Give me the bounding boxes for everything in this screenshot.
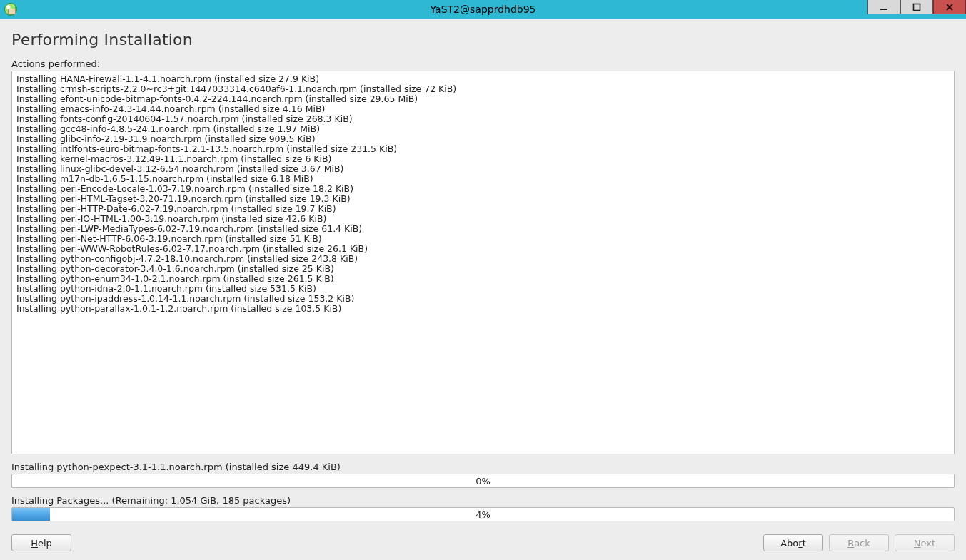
window-controls bbox=[867, 0, 966, 14]
abort-button[interactable]: Abort bbox=[763, 534, 823, 551]
actions-performed-label: Actions performed: bbox=[11, 58, 955, 69]
next-button: Next bbox=[895, 534, 955, 551]
app-icon bbox=[4, 3, 17, 16]
close-button[interactable] bbox=[933, 0, 966, 14]
svg-rect-1 bbox=[914, 4, 920, 10]
content-area: Performing Installation Actions performe… bbox=[0, 19, 966, 560]
overall-progress-label: Installing Packages... (Remaining: 1.054… bbox=[11, 495, 955, 506]
button-row: Help Abort Back Next bbox=[11, 534, 955, 551]
help-button[interactable]: Help bbox=[11, 534, 71, 551]
title-bar: YaST2@sapprdhdb95 bbox=[0, 0, 966, 19]
overall-progress: 4% bbox=[11, 507, 955, 521]
actions-log: Installing HANA-Firewall-1.1-4.1.noarch.… bbox=[11, 71, 955, 454]
back-button: Back bbox=[829, 534, 889, 551]
page-title: Performing Installation bbox=[11, 31, 955, 49]
window-title: YaST2@sapprdhdb95 bbox=[0, 4, 966, 15]
current-package-percent: 0% bbox=[12, 474, 954, 487]
overall-progress-percent: 4% bbox=[12, 508, 954, 521]
current-package-progress: 0% bbox=[11, 474, 955, 488]
maximize-button[interactable] bbox=[900, 0, 933, 14]
minimize-button[interactable] bbox=[867, 0, 900, 14]
current-package-label: Installing python-pexpect-3.1-1.1.noarch… bbox=[11, 462, 955, 472]
svg-rect-0 bbox=[880, 9, 887, 10]
